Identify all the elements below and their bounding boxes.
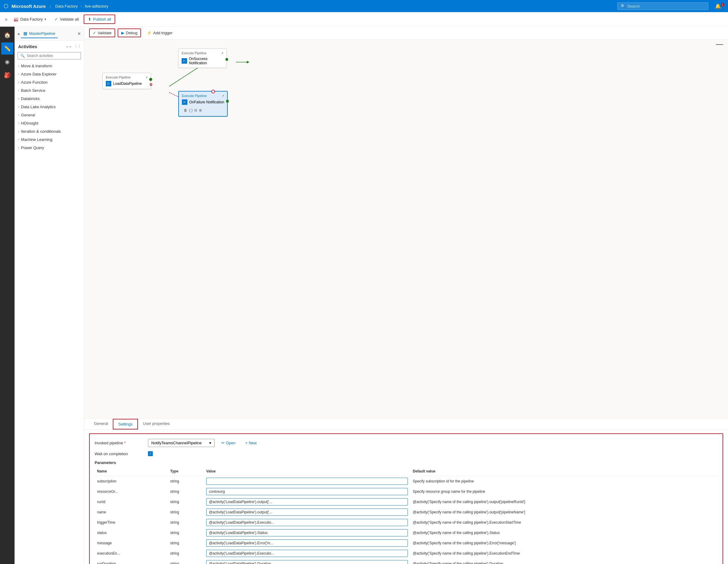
param-default-value: @activity('Specify name of the calling p… — [410, 548, 718, 559]
sidebar-home-btn[interactable]: 🏠 — [1, 29, 13, 41]
collapse-panel-btn[interactable]: » — [4, 15, 9, 23]
search-activities-box[interactable]: 🔍 — [18, 52, 81, 59]
param-value-input[interactable] — [206, 529, 408, 536]
category-azure-data-explorer[interactable]: › Azure Data Explorer — [15, 70, 84, 78]
param-value-cell[interactable] — [204, 517, 410, 528]
node3-delete-icon[interactable]: 🗑 — [184, 108, 187, 113]
add-trigger-label: Add trigger — [153, 31, 173, 35]
chevron-batch-service: › — [18, 89, 19, 92]
node3-actions-bar: 🗑 { } ⧉ ⊕ — [182, 107, 224, 114]
master-pipeline-tab[interactable]: ▦ MasterPipeline — [21, 29, 58, 38]
validate-all-btn[interactable]: ✓ Validate all — [51, 15, 82, 23]
pipeline-canvas[interactable]: Execute Pipeline ↗ 🏳 LoadDataPipeline Ex… — [84, 39, 728, 418]
category-azure-function[interactable]: › Azure Function — [15, 78, 84, 86]
chevron-move-transform: › — [18, 64, 19, 68]
param-value-cell[interactable] — [204, 486, 410, 497]
global-search-box[interactable]: 🔍 — [617, 2, 708, 10]
main-layout: 🏠 ✏️ ◉ 🎒 » ▦ MasterPipeline ✕ Activities… — [0, 27, 728, 564]
category-iteration-conditionals[interactable]: › Iteration & conditionals — [15, 127, 84, 136]
required-star: * — [124, 441, 126, 445]
panel-header: » ▦ MasterPipeline ✕ — [15, 27, 84, 41]
on-success-notification-node[interactable]: Execute Pipeline ↗ 🏳 OnSuccessNotificati… — [178, 49, 227, 68]
pencil-icon: ✏ — [221, 441, 225, 445]
new-pipeline-btn[interactable]: + New — [242, 439, 260, 447]
tab-general-label: General — [94, 421, 108, 426]
param-value-cell[interactable] — [204, 497, 410, 507]
category-batch-service[interactable]: › Batch Service — [15, 86, 84, 95]
param-type: string — [168, 538, 204, 548]
param-value-cell[interactable] — [204, 538, 410, 548]
chevron-iteration-conditionals: › — [18, 130, 19, 133]
add-trigger-btn[interactable]: ⚡ Add trigger — [143, 29, 176, 37]
param-value-cell[interactable] — [204, 528, 410, 538]
col-name: Name — [95, 468, 168, 476]
on-failure-notification-node[interactable]: Execute Pipeline ↗ 🏳 OnFailure Notificat… — [178, 91, 228, 117]
param-type: string — [168, 476, 204, 487]
search-activities-input[interactable] — [27, 54, 78, 58]
param-value-input[interactable] — [206, 519, 408, 526]
param-value-cell[interactable] — [204, 559, 410, 564]
breadcrumb-live-adfactory[interactable]: live-adfactory — [85, 4, 108, 8]
panel-expand-arrow[interactable]: » — [18, 32, 20, 36]
param-row: subscriptionstringSpecify subscription i… — [95, 476, 718, 487]
param-value-cell[interactable] — [204, 476, 410, 487]
invoked-pipeline-dropdown[interactable]: NotifyTeamsChannelPipeline ▾ — [148, 439, 215, 447]
node3-link-icon[interactable]: ↗ — [222, 94, 224, 98]
node2-right-port — [226, 58, 228, 61]
node1-link-icon[interactable]: ↗ — [145, 76, 148, 79]
node2-link-icon[interactable]: ↗ — [221, 52, 223, 55]
tab-user-properties[interactable]: User properties — [138, 419, 175, 429]
node3-code-icon[interactable]: { } — [189, 108, 193, 113]
param-value-input[interactable] — [206, 478, 408, 485]
param-value-cell[interactable] — [204, 548, 410, 559]
param-name: triggerTime — [95, 517, 168, 528]
category-databricks[interactable]: › Databricks — [15, 95, 84, 103]
param-default-value: @activity('Specify name of the calling p… — [410, 559, 718, 564]
panel-close-btn[interactable]: ✕ — [77, 31, 81, 36]
notification-bell[interactable]: 🔔1 — [715, 3, 724, 9]
param-value-input[interactable] — [206, 488, 408, 495]
tab-settings[interactable]: Settings — [113, 419, 138, 429]
param-value-input[interactable] — [206, 560, 408, 564]
sidebar-monitor-btn[interactable]: ◉ — [1, 56, 13, 68]
params-table: Name Type Value Default value subscripti… — [95, 468, 718, 564]
pipeline-toolbar: ✓ Validate ▶ Debug ⚡ Add trigger — [84, 27, 728, 39]
validate-icon: ✓ — [93, 31, 96, 35]
category-data-lake-analytics[interactable]: › Data Lake Analytics — [15, 103, 84, 111]
data-factory-icon: 🏭 — [14, 17, 18, 22]
param-value-input[interactable] — [206, 550, 408, 557]
param-value-input[interactable] — [206, 539, 408, 547]
collapse-all-icon[interactable]: ⌄⌄ — [66, 44, 72, 49]
param-value-input[interactable] — [206, 509, 408, 516]
category-machine-learning[interactable]: › Machine Learning — [15, 136, 84, 144]
category-general[interactable]: › General — [15, 111, 84, 119]
sidebar-edit-btn[interactable]: ✏️ — [1, 42, 13, 55]
tab-general[interactable]: General — [89, 419, 113, 429]
validate-label: Validate — [98, 31, 112, 35]
breadcrumb-data-factory[interactable]: Data Factory — [55, 4, 78, 8]
data-factory-label: Data Factory — [20, 17, 43, 22]
debug-btn[interactable]: ▶ Debug — [118, 29, 141, 37]
global-search-input[interactable] — [627, 4, 705, 8]
param-name: name — [95, 507, 168, 517]
category-move-transform[interactable]: › Move & transform — [15, 62, 84, 70]
node3-copy-icon[interactable]: ⧉ — [194, 108, 197, 113]
category-power-query[interactable]: › Power Query — [15, 144, 84, 152]
publish-all-btn[interactable]: ⬆ Publish all — [84, 15, 115, 24]
plus-icon: + — [245, 441, 248, 445]
activities-panel: » ▦ MasterPipeline ✕ Activities ⌄⌄ 〈〈 🔍 … — [15, 27, 84, 564]
node3-add-icon[interactable]: ⊕ — [199, 108, 202, 113]
node3-name: OnFailure Notification — [189, 100, 224, 104]
expand-collapse-toggle[interactable]: 〈〈 — [73, 44, 80, 49]
open-pipeline-btn[interactable]: ✏ Open — [218, 439, 239, 447]
data-factory-btn[interactable]: 🏭 Data Factory ▾ — [10, 15, 50, 23]
category-batch-service-label: Batch Service — [21, 88, 45, 93]
param-value-cell[interactable] — [204, 507, 410, 517]
load-data-pipeline-node[interactable]: Execute Pipeline ↗ 🏳 LoadDataPipeline — [102, 73, 151, 89]
node3-title: Execute Pipeline — [182, 94, 207, 98]
sidebar-manage-btn[interactable]: 🎒 — [1, 69, 13, 81]
validate-btn[interactable]: ✓ Validate — [89, 29, 115, 37]
wait-on-completion-checkbox[interactable] — [148, 451, 153, 456]
param-value-input[interactable] — [206, 498, 408, 505]
category-hdinsight[interactable]: › HDInsight — [15, 119, 84, 127]
